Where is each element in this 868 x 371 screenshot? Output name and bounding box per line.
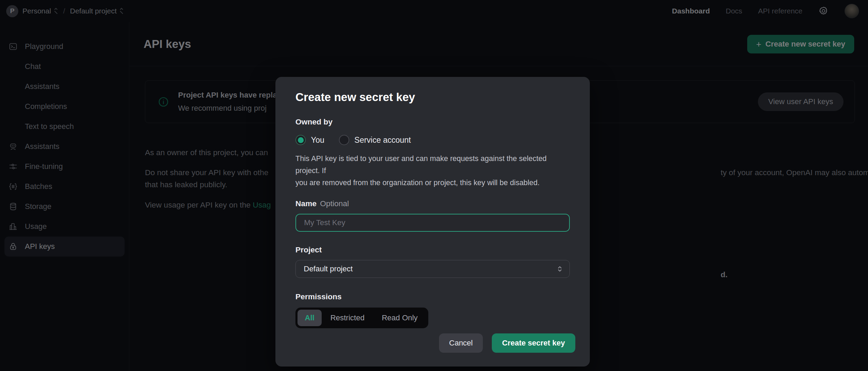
radio-you-label: You <box>311 136 324 145</box>
cancel-button[interactable]: Cancel <box>439 333 482 353</box>
chevron-updown-icon <box>557 265 563 273</box>
permissions-label: Permissions <box>295 292 570 301</box>
radio-option-service-account[interactable]: Service account <box>339 135 411 145</box>
project-select-value: Default project <box>304 264 353 273</box>
radio-service-account-input[interactable] <box>339 135 349 145</box>
name-optional-hint: Optional <box>320 199 349 208</box>
segment-all[interactable]: All <box>298 310 322 326</box>
app-window: P Personal / Default project Dashboard D… <box>0 0 868 371</box>
name-label-row: NameOptional <box>295 199 570 208</box>
owned-by-radio-group: You Service account <box>295 135 570 145</box>
description-line1: This API key is tied to your user and ca… <box>295 154 547 175</box>
name-label: Name <box>295 199 316 208</box>
modal-footer: Cancel Create secret key <box>439 333 575 353</box>
owned-by-description: This API key is tied to your user and ca… <box>295 153 570 189</box>
segment-restricted[interactable]: Restricted <box>322 310 373 326</box>
radio-service-account-label: Service account <box>354 136 411 145</box>
modal-title: Create new secret key <box>295 91 570 104</box>
owned-by-label: Owned by <box>295 118 570 127</box>
project-select[interactable]: Default project <box>295 260 570 278</box>
radio-option-you[interactable]: You <box>295 135 324 145</box>
radio-you-input[interactable] <box>295 135 306 145</box>
key-name-input[interactable] <box>295 214 570 232</box>
create-secret-key-modal: Create new secret key Owned by You Servi… <box>275 77 590 367</box>
permissions-segmented-control: All Restricted Read Only <box>295 308 428 328</box>
segment-read-only[interactable]: Read Only <box>373 310 426 326</box>
project-label: Project <box>295 245 570 254</box>
create-secret-key-button[interactable]: Create secret key <box>492 333 575 353</box>
description-line2: you are removed from the organization or… <box>295 179 539 187</box>
